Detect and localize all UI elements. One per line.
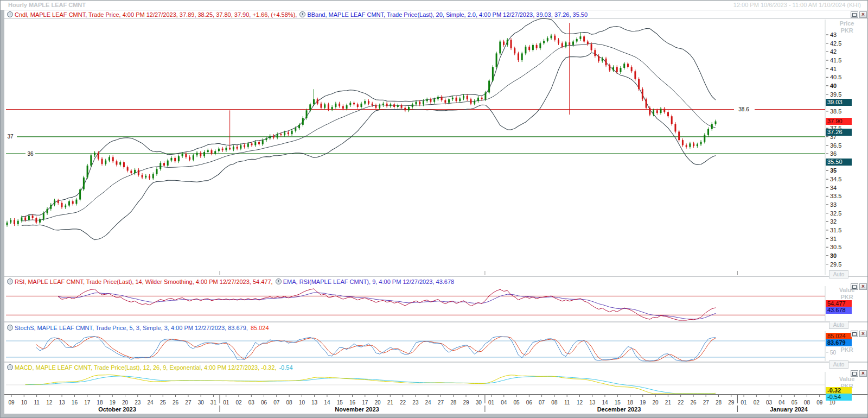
price-tick: 33 (830, 201, 837, 208)
stoch-legend[interactable]: StochS, MAPLE LEAF CMNT, Trade Price, 5,… (7, 324, 270, 332)
legend-text[interactable]: RSI, MAPLE LEAF CMNT, Trade Price(Last),… (15, 278, 275, 285)
day-tick-label: 17 (362, 400, 368, 406)
price-tick: 32 (830, 218, 837, 225)
stoch-axis-auto-button[interactable]: Auto (829, 360, 848, 369)
price-tick: 32.5 (830, 210, 841, 217)
close-icon: × (861, 331, 865, 337)
price-tick: 41.5 (830, 57, 841, 64)
day-tick-label: 20 (374, 400, 381, 406)
day-tick-label: 26 (173, 400, 179, 406)
day-tick-label: 21 (387, 400, 394, 406)
legend-text[interactable]: EMA, RSI(MAPLE LEAF CMNT), 9, 4:00 PM 12… (283, 278, 454, 285)
day-tick-label: 16 (72, 400, 78, 406)
rsi-value-badge: 43.678 (826, 307, 852, 314)
legend-text[interactable]: -0.54 (279, 364, 292, 371)
day-tick-label: 15 (615, 400, 621, 406)
day-tick-label: 29 (463, 400, 469, 406)
price-axis-unit: PKR (829, 27, 864, 34)
day-tick-label: 13 (311, 400, 318, 406)
price-tick: 35 (830, 167, 837, 174)
day-tick-label: 09 (8, 400, 15, 406)
price-tick: 36.5 (830, 142, 841, 149)
day-tick-label: 04 (778, 400, 785, 406)
day-tick-label: 08 (804, 400, 810, 406)
indicator-line (58, 289, 716, 320)
rsi-legend[interactable]: RSI, MAPLE LEAF CMNT, Trade Price(Last),… (7, 278, 455, 286)
day-tick-label: 10 (21, 400, 28, 406)
day-tick-label: 22 (400, 400, 406, 406)
price-tick: 30.5 (830, 244, 841, 250)
restore-icon (852, 13, 857, 17)
indicator-line (22, 18, 716, 217)
price-axis-auto-button[interactable]: Auto (829, 270, 848, 278)
close-icon: × (861, 12, 865, 17)
day-tick-label: 10 (299, 400, 305, 406)
window-bottom-edge[interactable] (1, 414, 868, 418)
day-tick-label: 02 (235, 400, 242, 406)
price-tick: 40.5 (830, 74, 841, 80)
rsi-axis-auto-button[interactable]: Auto (829, 321, 848, 329)
day-tick-label: 14 (602, 400, 608, 406)
legend-text[interactable]: Cndl, MAPLE LEAF CMNT, Trade Price, 4:00… (15, 11, 298, 18)
rsi-axis-unit: PKR (829, 294, 864, 300)
close-panel-button[interactable]: × (859, 11, 867, 18)
day-tick-label: 14 (324, 400, 330, 406)
macd-value-badge: -0.54 (826, 394, 852, 401)
price-tick: 34 (830, 185, 837, 191)
day-tick-label: 29 (728, 400, 735, 406)
restore-panel-button[interactable] (851, 283, 858, 290)
price-axis-badge: 37.26 (826, 129, 852, 136)
price-tick: 31.5 (830, 227, 841, 233)
day-tick-label: 28 (450, 400, 457, 406)
close-panel-button[interactable]: × (859, 331, 867, 337)
clock-icon (7, 11, 13, 17)
day-tick-label: 17 (84, 400, 91, 406)
macd-legend[interactable]: MACD, MAPLE LEAF CMNT, Trade Price(Last)… (7, 364, 294, 371)
day-tick-label: 26 (690, 400, 697, 406)
day-tick-label: 30 (198, 400, 205, 406)
legend-text[interactable]: MACD, MAPLE LEAF CMNT, Trade Price(Last)… (15, 364, 278, 371)
close-panel-button[interactable]: × (859, 283, 867, 290)
restore-panel-button[interactable] (851, 11, 858, 18)
day-tick-label: 07 (273, 400, 280, 406)
day-tick-label: 03 (766, 400, 773, 406)
clock-icon (7, 278, 13, 284)
day-tick-label: 05 (514, 400, 520, 406)
day-tick-label: 09 (816, 400, 823, 406)
day-tick-label: 18 (97, 400, 103, 406)
main-chart-legend[interactable]: Cndl, MAPLE LEAF CMNT, Trade Price, 4:00… (7, 11, 589, 18)
day-tick-label: 11 (34, 400, 40, 406)
price-tick: 34.5 (830, 176, 841, 182)
price-tick: 42 (830, 48, 837, 55)
day-tick-label: 15 (337, 400, 343, 406)
restore-panel-button[interactable] (851, 331, 858, 337)
close-panel-button[interactable]: × (859, 370, 867, 377)
day-tick-label: 12 (46, 400, 53, 406)
price-tick: 40 (830, 83, 837, 89)
price-tick: 30 (830, 252, 837, 259)
day-tick-label: 12 (577, 400, 583, 406)
day-tick-label: 31 (210, 400, 217, 406)
clock-icon (7, 325, 13, 331)
price-tick: 41 (830, 66, 837, 72)
hline-label: 37 (7, 134, 14, 140)
price-tick: 31 (830, 236, 837, 242)
price-chart-canvas[interactable]: 38.637364342.54241.54140.54039.538.537.5… (1, 1, 868, 418)
restore-panel-button[interactable] (851, 370, 858, 377)
price-axis-badge: 35.50 (826, 159, 852, 166)
legend-text[interactable]: StochS, MAPLE LEAF CMNT, Trade Price, 5,… (15, 325, 250, 331)
indicator-line (22, 53, 716, 240)
price-tick: 39.5 (830, 91, 841, 98)
day-tick-label: 27 (703, 400, 710, 406)
stoch-axis-unit: PKR (829, 346, 864, 353)
price-tick: 29.5 (830, 261, 841, 268)
close-icon: × (861, 371, 865, 376)
day-tick-label: 27 (185, 400, 192, 406)
day-tick-label: 01 (488, 400, 495, 406)
legend-text[interactable]: BBand, MAPLE LEAF CMNT, Trade Price(Last… (307, 11, 588, 18)
price-axis-badge: 39.03 (826, 99, 852, 106)
day-tick-label: 27 (438, 400, 444, 406)
month-label: January 2024 (770, 406, 808, 413)
legend-text[interactable]: 85.024 (251, 325, 269, 331)
day-tick-label: 08 (551, 400, 558, 406)
